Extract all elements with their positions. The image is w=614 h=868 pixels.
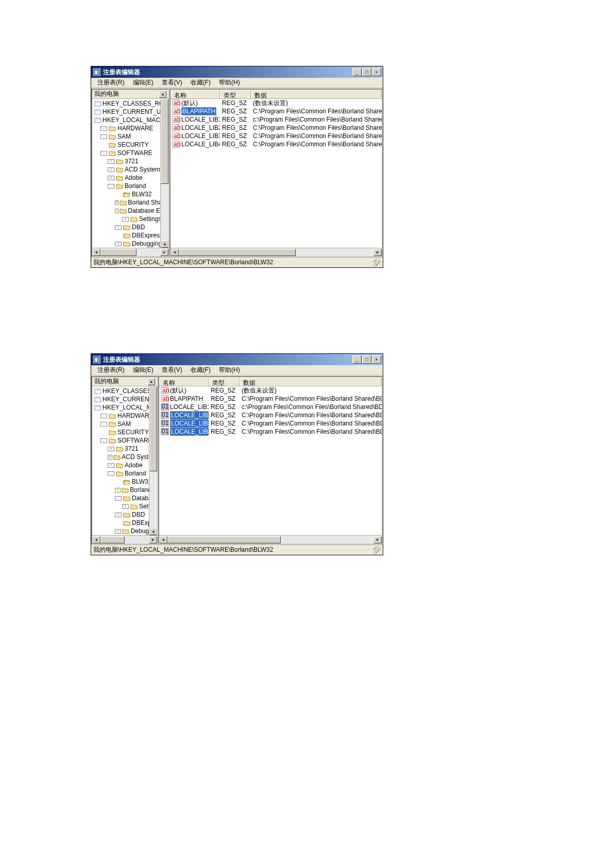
tree-toggle-icon[interactable]: + — [108, 176, 114, 180]
col-name[interactable]: 名称 — [170, 90, 220, 98]
tree-node[interactable]: -SOFTWARE — [92, 436, 157, 445]
menu-view[interactable]: 查看(V) — [158, 77, 186, 88]
scroll-left-icon[interactable]: ◂ — [170, 249, 179, 256]
scroll-down-icon[interactable]: ▾ — [161, 241, 169, 248]
tree-scroll-up-icon[interactable]: ▴ — [148, 378, 155, 385]
tree-toggle-icon[interactable]: + — [115, 200, 118, 205]
value-row[interactable]: 011LOCALE_LIB4REG_SZC:\Program Files\Com… — [159, 428, 382, 436]
tree-node[interactable]: SECURITY — [92, 141, 168, 149]
value-row[interactable]: 011LOCALE_LIB2REG_SZC:\Program Files\Com… — [159, 411, 382, 419]
tree-toggle-icon[interactable]: - — [100, 414, 107, 418]
menu-favorites[interactable]: 收藏(F) — [186, 365, 215, 376]
tree-v-scrollbar[interactable]: ▾ — [160, 99, 168, 248]
titlebar[interactable]: ◧ 注册表编辑器 _ □ × — [91, 66, 383, 78]
tree-h-scrollbar[interactable]: ◂ ▸ — [92, 248, 168, 256]
value-row[interactable]: abLOCALE_LIB4REG_SZC:\Program Files\Comm… — [170, 140, 382, 148]
tree-header[interactable]: 我的电脑 ▴ — [92, 90, 168, 99]
tree-node[interactable]: +ACD System — [92, 453, 157, 461]
scroll-right-icon[interactable]: ▸ — [373, 536, 382, 543]
tree-node[interactable]: -Database Engi — [92, 207, 168, 215]
tree-node[interactable]: HKEY_CURRENT_USER — [92, 108, 168, 116]
tree-node[interactable]: -Borland — [92, 182, 168, 190]
menu-edit[interactable]: 编辑(E) — [129, 365, 158, 376]
value-row[interactable]: abBLAPIPATHREG_SZC:\Program Files\Common… — [170, 107, 382, 115]
menu-help[interactable]: 帮助(H) — [215, 77, 244, 88]
value-row[interactable]: abLOCALE_LIB2REG_SZC:\Program Files\Comm… — [170, 124, 382, 132]
scroll-left-icon[interactable]: ◂ — [92, 249, 100, 256]
close-button[interactable]: × — [372, 68, 381, 76]
tree-node[interactable]: SECURITY — [92, 428, 157, 436]
tree-toggle-icon[interactable]: - — [115, 209, 118, 213]
tree-node[interactable]: +ACD Systems — [92, 165, 168, 174]
tree-toggle-icon[interactable]: + — [115, 529, 121, 534]
scroll-right-icon[interactable]: ▸ — [373, 249, 382, 256]
maximize-button[interactable]: □ — [362, 68, 371, 76]
scroll-right-icon[interactable]: ▸ — [160, 249, 168, 256]
tree-toggle-icon[interactable]: + — [108, 447, 114, 451]
tree-toggle-icon[interactable]: - — [108, 471, 114, 476]
menu-favorites[interactable]: 收藏(F) — [186, 77, 215, 88]
tree-toggle-icon[interactable]: - — [100, 422, 107, 427]
minimize-button[interactable]: _ — [352, 355, 362, 364]
tree-toggle-icon[interactable]: - — [115, 496, 122, 501]
scroll-right-icon[interactable]: ▸ — [149, 536, 157, 543]
tree-toggle-icon[interactable]: + — [122, 504, 129, 509]
tree-node[interactable]: BLW32 — [92, 190, 168, 198]
value-row[interactable]: abLOCALE_LIB1REG_SZc:\Program Files\Comm… — [170, 115, 382, 124]
tree-node[interactable]: -SOFTWARE — [92, 149, 168, 157]
tree-node[interactable]: DBExpre — [92, 519, 157, 527]
tree-toggle-icon[interactable]: + — [115, 488, 121, 492]
tree-toggle-icon[interactable]: - — [108, 184, 114, 189]
tree-node[interactable]: +DBD — [92, 223, 168, 231]
tree-node[interactable]: -Databas — [92, 494, 157, 502]
tree-toggle-icon[interactable]: - — [100, 126, 107, 131]
tree-h-scrollbar[interactable]: ◂ ▸ — [92, 535, 157, 543]
menu-view[interactable]: 查看(V) — [158, 365, 186, 376]
col-data[interactable]: 数据 — [251, 90, 382, 98]
menu-registry[interactable]: 注册表(R) — [93, 77, 129, 88]
maximize-button[interactable]: □ — [362, 355, 371, 364]
value-row[interactable]: 011LOCALE_LIB1REG_SZc:\Program Files\Com… — [159, 403, 382, 411]
values-h-scrollbar[interactable]: ◂ ▸ — [159, 535, 382, 543]
menu-registry[interactable]: 注册表(R) — [93, 365, 129, 376]
tree-node[interactable]: HKEY_CURRENT_US — [92, 395, 157, 403]
values-rows[interactable]: ab(默认)REG_SZ(数值未设置)abBLAPIPATHREG_SZC:\P… — [170, 99, 382, 248]
tree-toggle-icon[interactable]: + — [108, 455, 112, 459]
value-row[interactable]: ab(默认)REG_SZ(数值未设置) — [170, 99, 382, 107]
menu-help[interactable]: 帮助(H) — [215, 365, 244, 376]
titlebar[interactable]: ◧ 注册表编辑器 _ □ × — [91, 354, 383, 365]
tree-v-scrollbar[interactable]: ▾ — [149, 386, 157, 535]
close-button[interactable]: × — [372, 355, 381, 364]
scroll-left-icon[interactable]: ◂ — [159, 536, 167, 543]
tree-content[interactable]: HKEY_CLASSES_ROHKEY_CURRENT_USHKEY_LOCAL… — [92, 386, 157, 535]
tree-node[interactable]: +Settings — [92, 215, 168, 223]
tree-node[interactable]: HKEY_LOCAL_MACH — [92, 403, 157, 412]
tree-toggle-icon[interactable]: - — [100, 151, 107, 156]
tree-node[interactable]: +3721 — [92, 157, 168, 165]
tree-node[interactable]: -HARDWARE — [92, 124, 168, 132]
tree-header[interactable]: 我的电脑 ▴ — [92, 377, 157, 386]
tree-toggle-icon[interactable]: - — [100, 438, 107, 443]
tree-toggle-icon[interactable]: + — [115, 513, 122, 517]
tree-node[interactable]: +Borland S — [92, 486, 157, 494]
tree-node[interactable]: HKEY_LOCAL_MACHINE — [92, 116, 168, 124]
scroll-down-icon[interactable]: ▾ — [149, 528, 158, 535]
tree-node[interactable]: +Setti — [92, 502, 157, 510]
tree-node[interactable]: -HARDWARE — [92, 412, 157, 420]
col-type[interactable]: 类型 — [209, 377, 240, 386]
value-row[interactable]: 011LOCALE_LIB3REG_SZC:\Program Files\Com… — [159, 419, 382, 428]
col-name[interactable]: 名称 — [159, 377, 209, 386]
value-row[interactable]: abLOCALE_LIB3REG_SZC:\Program Files\Comm… — [170, 132, 382, 140]
value-row[interactable]: ab(默认)REG_SZ(数值未设置) — [159, 386, 382, 395]
values-h-scrollbar[interactable]: ◂ ▸ — [170, 248, 382, 256]
tree-node[interactable]: +Borland Shared — [92, 198, 168, 207]
tree-content[interactable]: HKEY_CLASSES_ROOTHKEY_CURRENT_USERHKEY_L… — [92, 99, 168, 248]
values-rows[interactable]: ab(默认)REG_SZ(数值未设置)abBLAPIPATHREG_SZC:\P… — [159, 386, 382, 535]
tree-node[interactable]: +Adobe — [92, 174, 168, 182]
col-data[interactable]: 数据 — [240, 377, 382, 386]
tree-node[interactable]: +3721 — [92, 445, 157, 453]
tree-toggle-icon[interactable]: + — [122, 217, 129, 222]
minimize-button[interactable]: _ — [352, 68, 362, 76]
tree-node[interactable]: BLW32 — [92, 478, 157, 486]
tree-node[interactable]: HKEY_CLASSES_RO — [92, 387, 157, 395]
